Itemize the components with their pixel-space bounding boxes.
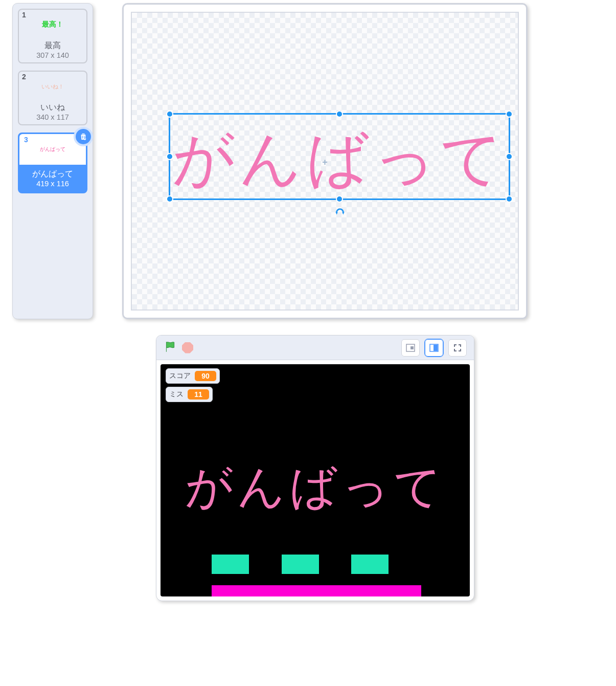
resize-handle-tr[interactable] (506, 110, 513, 118)
paint-text[interactable]: がんばって (170, 118, 509, 201)
variable-value: 11 (188, 389, 209, 400)
variable-label: スコア (169, 371, 191, 381)
resize-handle-bl[interactable] (166, 195, 173, 203)
svg-rect-2 (410, 346, 414, 349)
green-flag-button[interactable] (164, 340, 177, 356)
resize-handle-ml[interactable] (166, 153, 173, 160)
costume-name: がんばって (19, 169, 86, 180)
variable-value: 90 (195, 371, 216, 381)
variable-label: ミス (169, 390, 184, 399)
resize-handle-tm[interactable] (336, 110, 343, 118)
svg-rect-4 (434, 345, 438, 351)
costume-item-2[interactable]: 2 いいね！ いいね 340 x 117 (18, 71, 87, 125)
costume-name: いいね (19, 102, 86, 113)
resize-handle-br[interactable] (506, 195, 513, 203)
delete-costume-button[interactable] (74, 127, 93, 146)
costume-item-1[interactable]: 1 最高！ 最高 307 x 140 (18, 9, 87, 63)
paint-editor: + がんばって (122, 3, 528, 319)
fullscreen-button[interactable] (448, 339, 467, 357)
costume-list-panel: 1 最高！ 最高 307 x 140 2 いいね！ いいね 340 x 117 … (12, 3, 93, 319)
resize-handle-bm[interactable] (336, 195, 343, 203)
costume-item-3[interactable]: 3 がんばって がんばって 419 x 116 (18, 132, 87, 193)
selection-box[interactable]: がんばって (169, 113, 510, 200)
stage-block-3 (351, 555, 389, 574)
costume-name: 最高 (19, 40, 86, 51)
stage-block-2 (282, 555, 319, 574)
stage-panel: スコア 90 ミス 11 がんばって (156, 335, 474, 601)
resize-handle-mr[interactable] (506, 153, 513, 160)
variable-monitor-miss[interactable]: ミス 11 (166, 387, 213, 402)
costume-dims: 307 x 140 (19, 51, 86, 59)
paint-canvas-area[interactable]: + がんばって (131, 12, 519, 311)
costume-index: 1 (22, 11, 26, 19)
costume-dims: 340 x 117 (19, 113, 86, 121)
trash-icon (79, 132, 88, 141)
stage-area[interactable]: スコア 90 ミス 11 がんばって (161, 364, 470, 596)
rotate-handle[interactable] (333, 205, 347, 220)
stage-toolbar (156, 336, 474, 360)
costume-dims: 419 x 116 (19, 180, 86, 188)
stage-block-1 (212, 555, 249, 574)
costume-index: 2 (22, 73, 26, 81)
costume-index: 3 (22, 135, 30, 144)
large-stage-button[interactable] (425, 339, 443, 357)
stage-paddle (212, 585, 421, 596)
stage-sprite-text: がんばって (161, 455, 470, 519)
costume-thumb: いいね！ (23, 75, 82, 98)
variable-monitor-score[interactable]: スコア 90 (166, 368, 220, 384)
stop-button[interactable] (182, 342, 193, 353)
resize-handle-tl[interactable] (166, 110, 173, 118)
costume-thumb: 最高！ (23, 13, 82, 36)
small-stage-button[interactable] (401, 339, 420, 357)
